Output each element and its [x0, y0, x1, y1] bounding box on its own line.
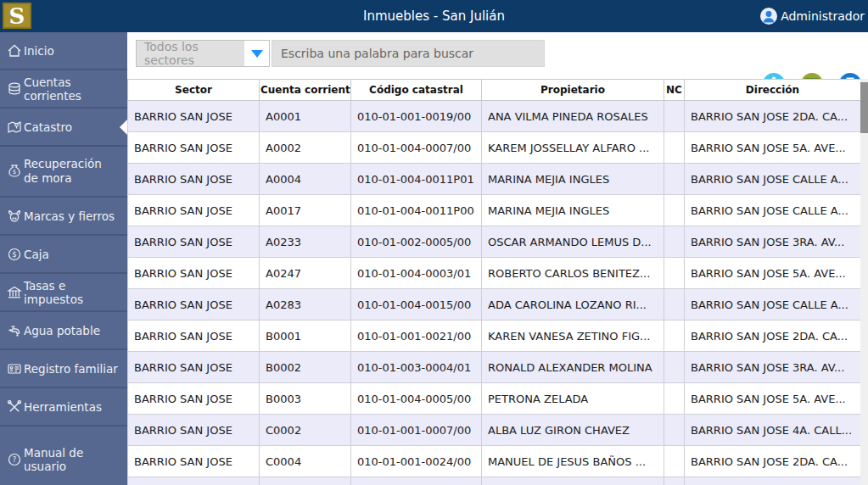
sidebar-item-label: Marcas y fierros — [24, 209, 115, 223]
table-cell — [664, 164, 685, 195]
table-header-row: SectorCuenta corrienteCódigo catastralPr… — [128, 80, 861, 101]
sidebar-item-agua-potable[interactable]: Agua potable — [0, 312, 127, 350]
sidebar-item-label: Recuperación de mora — [24, 157, 112, 186]
table-row[interactable]: BARRIO SAN JOSEA0233010-01-002-0005/00OS… — [128, 226, 861, 258]
table-cell: BARRIO SAN JOSE CALLE A... — [685, 164, 861, 195]
table-cell: BARRIO SAN JOSE — [128, 289, 260, 321]
table-cell: BARRIO SAN JOSE — [128, 415, 260, 446]
table-cell — [664, 321, 685, 352]
scrollbar-thumb[interactable] — [860, 82, 868, 133]
table-cell — [664, 352, 685, 383]
table-cell: BARRIO SAN JOSE 5A. AVE... — [685, 258, 861, 289]
dollar-coin-icon: $ — [6, 246, 23, 263]
table-row[interactable]: BARRIO SAN JOSEC0002010-01-001-0007/00AL… — [128, 415, 861, 446]
table-cell: BARRIO SAN JOSE 3RA. AV... — [685, 226, 861, 258]
table-cell: B0002 — [260, 352, 351, 383]
column-header: Dirección — [685, 80, 861, 101]
sidebar-item-caja[interactable]: $ Caja — [0, 236, 127, 274]
sidebar-item-label: Catastro — [24, 120, 72, 134]
table-cell — [664, 383, 685, 415]
table-row[interactable]: BARRIO SAN JOSEA0247010-01-004-0003/01RO… — [128, 258, 861, 289]
table-cell: A0017 — [260, 195, 351, 226]
sidebar-item-label: Herramientas — [24, 400, 102, 414]
id-card-icon — [6, 360, 23, 377]
sidebar-item-label: Caja — [24, 248, 49, 261]
sidebar-item-tasas-e-impuestos[interactable]: Tasas e impuestos — [0, 274, 127, 312]
table-cell: B0003 — [260, 383, 351, 415]
sidebar-item-recuperacion-de-mora[interactable]: $ Recuperación de mora — [0, 147, 127, 198]
table-cell — [351, 477, 482, 485]
table-cell — [685, 477, 861, 485]
table-cell: BARRIO SAN JOSE 3RA. AV... — [685, 352, 861, 383]
table-cell: BARRIO SAN JOSE CALLE A... — [685, 195, 861, 226]
sidebar-item-manual-de-usuario[interactable]: ? Manual de usuario — [0, 440, 127, 478]
table-cell: A0233 — [260, 226, 351, 258]
table-row[interactable]: BARRIO SAN JOSEB0002010-01-003-0004/01RO… — [128, 352, 861, 383]
sidebar-item-cuentas-corrientes[interactable]: Cuentas corrientes — [0, 70, 127, 109]
table-cell: 010-01-001-0024/00 — [351, 446, 482, 477]
table-cell — [664, 195, 685, 226]
sector-dropdown[interactable]: Todos los sectores — [136, 40, 270, 67]
table-cell: PETRONA ZELADA — [482, 383, 664, 415]
table-row[interactable]: BARRIO SAN JOSEC0004010-01-001-0024/00MA… — [128, 446, 861, 477]
table-row[interactable]: BARRIO SAN JOSEA0017010-01-004-0011P00MA… — [128, 195, 861, 226]
active-item-notch — [120, 120, 127, 135]
home-icon — [6, 42, 23, 59]
question-circle-icon: ? — [6, 451, 23, 468]
map-pin-icon — [6, 119, 23, 136]
cow-icon — [6, 208, 23, 225]
table-cell: BARRIO SAN JOSE — [128, 321, 260, 352]
sidebar-item-label: Manual de usuario — [24, 446, 127, 473]
table-cell: A0001 — [260, 101, 351, 132]
table-cell — [664, 226, 685, 258]
column-header: Código catastral — [351, 80, 482, 101]
sidebar-item-registro-familiar[interactable]: Registro familiar — [0, 350, 127, 388]
sidebar-item-herramientas[interactable]: Herramientas — [0, 388, 127, 426]
user-menu[interactable]: Administrador — [759, 0, 865, 32]
table-cell: BARRIO SAN JOSE 2DA. CA... — [685, 321, 861, 352]
table-cell: ROBERTO CARLOS BENITEZ... — [482, 258, 664, 289]
table-cell: C0004 — [260, 446, 351, 477]
table-cell: 010-01-004-0011P01 — [351, 164, 482, 195]
table-cell — [664, 101, 685, 132]
table-cell: BARRIO SAN JOSE 4A. CALL... — [685, 415, 861, 446]
table-cell: BARRIO SAN JOSE — [128, 195, 260, 226]
sidebar-item-label: Tasas e impuestos — [24, 279, 127, 306]
table-cell: BARRIO SAN JOSE — [128, 352, 260, 383]
sidebar-item-inicio[interactable]: Inicio — [0, 32, 127, 70]
table-cell: OSCAR ARMANDO LEMUS D... — [482, 226, 664, 258]
table-cell: BARRIO SAN JOSE — [128, 226, 260, 258]
table-cell — [664, 446, 685, 477]
svg-text:?: ? — [13, 455, 17, 464]
table-cell: BARRIO SAN JOSE — [128, 258, 260, 289]
table-row[interactable]: BARRIO SAN JOSEA0002010-01-004-0007/00KA… — [128, 132, 861, 164]
sidebar-item-marcas-y-fierros[interactable]: Marcas y fierros — [0, 198, 127, 236]
table-row-partial[interactable]: Ñ — [128, 477, 861, 485]
table-row[interactable]: BARRIO SAN JOSEB0001010-01-001-0021/00KA… — [128, 321, 861, 352]
dropdown-arrow-box — [244, 41, 269, 66]
table-cell — [664, 132, 685, 164]
vertical-scrollbar[interactable] — [860, 79, 868, 485]
table-body: BARRIO SAN JOSEA0001010-01-001-0019/00AN… — [128, 101, 861, 485]
table-row[interactable]: BARRIO SAN JOSEB0003010-01-004-0005/00PE… — [128, 383, 861, 415]
table-cell: 010-01-001-0021/00 — [351, 321, 482, 352]
table-cell: BARRIO SAN JOSE — [128, 164, 260, 195]
table-cell: A0247 — [260, 258, 351, 289]
table-row[interactable]: BARRIO SAN JOSEA0283010-01-004-0015/00AD… — [128, 289, 861, 321]
table-cell: ADA CAROLINA LOZANO RI... — [482, 289, 664, 321]
results-table: SectorCuenta corrienteCódigo catastralPr… — [127, 79, 860, 485]
search-input[interactable] — [272, 40, 545, 67]
table-row[interactable]: BARRIO SAN JOSEA0004010-01-004-0011P01MA… — [128, 164, 861, 195]
user-name: Administrador — [781, 9, 865, 23]
column-header: Cuenta corriente — [260, 80, 351, 101]
sidebar-item-label: Inicio — [24, 44, 54, 58]
table-cell: BARRIO SAN JOSE 2DA. CA... — [685, 446, 861, 477]
table-row[interactable]: BARRIO SAN JOSEA0001010-01-001-0019/00AN… — [128, 101, 861, 132]
sidebar: Inicio Cuentas corrientes Catastro $ Rec… — [0, 32, 127, 485]
table-cell: C0002 — [260, 415, 351, 446]
sidebar-item-catastro[interactable]: Catastro — [0, 109, 127, 147]
table-cell: 010-01-003-0004/01 — [351, 352, 482, 383]
table-cell: ANA VILMA PINEDA ROSALES — [482, 101, 664, 132]
table-cell: ALBA LUZ GIRON CHAVEZ — [482, 415, 664, 446]
table-cell: 010-01-004-0003/01 — [351, 258, 482, 289]
